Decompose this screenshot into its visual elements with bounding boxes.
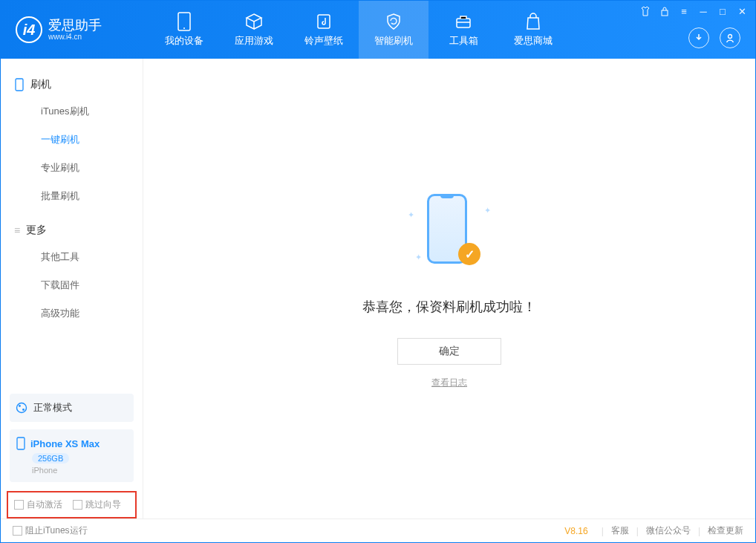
- ok-button[interactable]: 确定: [397, 338, 501, 365]
- device-name-text: iPhone XS Max: [30, 438, 100, 449]
- app-name: 爱思助手: [48, 19, 102, 33]
- sidebar-section-more: ≡ 更多: [1, 218, 143, 243]
- sidebar-item-download-firmware[interactable]: 下载固件: [1, 271, 143, 299]
- svg-point-5: [729, 35, 732, 39]
- svg-rect-10: [17, 438, 25, 449]
- sidebar-item-other-tools[interactable]: 其他工具: [1, 243, 143, 271]
- highlighted-options-box: 自动激活 跳过向导: [7, 491, 137, 518]
- tab-toolbox[interactable]: 工具箱: [428, 1, 498, 59]
- lock-icon[interactable]: [659, 5, 671, 17]
- sidebar-item-batch-flash[interactable]: 批量刷机: [1, 182, 143, 210]
- footer-link-check-update[interactable]: 检查更新: [708, 524, 743, 537]
- tab-store[interactable]: 爱思商城: [498, 1, 568, 59]
- maximize-button[interactable]: □: [717, 5, 729, 17]
- svg-point-1: [183, 27, 185, 29]
- status-icon: [16, 402, 27, 414]
- checkbox-block-itunes[interactable]: 阻止iTunes运行: [13, 524, 88, 537]
- tab-label: 我的设备: [165, 34, 203, 48]
- sparkle-icon: ✦: [484, 206, 491, 215]
- svg-point-8: [19, 405, 21, 407]
- app-domain: www.i4.cn: [48, 33, 102, 41]
- sparkle-icon: ✦: [415, 253, 422, 262]
- svg-point-9: [22, 409, 25, 411]
- svg-rect-3: [457, 19, 470, 27]
- device-icon: [175, 13, 193, 30]
- cube-icon: [245, 13, 263, 30]
- tab-my-device[interactable]: 我的设备: [149, 1, 219, 59]
- sidebar-section-flash: 刷机: [1, 72, 143, 97]
- download-button[interactable]: [688, 27, 709, 48]
- version-label: V8.16: [564, 526, 587, 536]
- shield-refresh-icon: [385, 13, 403, 30]
- view-log-link[interactable]: 查看日志: [431, 377, 467, 389]
- tab-label: 工具箱: [449, 34, 478, 48]
- sidebar-item-itunes-flash[interactable]: iTunes刷机: [1, 97, 143, 126]
- device-type: iPhone: [32, 466, 128, 475]
- checkmark-icon: ✓: [458, 243, 480, 265]
- tab-label: 应用游戏: [235, 34, 273, 48]
- device-icon: [16, 437, 26, 450]
- device-capacity: 256GB: [32, 453, 69, 464]
- list-icon: ≡: [14, 224, 20, 236]
- success-message: 恭喜您，保资料刷机成功啦！: [362, 298, 536, 316]
- footer-link-support[interactable]: 客服: [611, 524, 629, 537]
- phone-icon: [14, 78, 25, 91]
- music-icon: [315, 13, 333, 30]
- sidebar-item-oneclick-flash[interactable]: 一键刷机: [1, 126, 143, 154]
- tab-label: 爱思商城: [514, 34, 553, 48]
- svg-rect-6: [16, 79, 23, 91]
- tab-label: 铃声壁纸: [304, 34, 343, 48]
- checkbox-auto-activate[interactable]: 自动激活: [14, 498, 62, 511]
- success-illustration: ✦ ✦ ✦ ✓: [405, 188, 494, 277]
- logo-icon: i4: [16, 16, 42, 43]
- tab-apps-games[interactable]: 应用游戏: [219, 1, 289, 59]
- toolbox-icon: [454, 13, 472, 30]
- shirt-icon[interactable]: [639, 5, 651, 17]
- sidebar-item-advanced[interactable]: 高级功能: [1, 299, 143, 328]
- close-button[interactable]: ✕: [736, 5, 748, 17]
- device-card[interactable]: iPhone XS Max 256GB iPhone: [10, 429, 134, 482]
- svg-point-7: [17, 403, 27, 413]
- tab-smart-flash[interactable]: 智能刷机: [359, 1, 428, 59]
- checkbox-skip-wizard[interactable]: 跳过向导: [73, 498, 121, 511]
- menu-icon[interactable]: ≡: [678, 5, 690, 17]
- device-mode-status[interactable]: 正常模式: [10, 394, 134, 422]
- footer-link-wechat[interactable]: 微信公众号: [646, 524, 691, 537]
- shopping-bag-icon: [524, 13, 542, 30]
- tab-label: 智能刷机: [374, 34, 413, 48]
- sidebar-item-pro-flash[interactable]: 专业刷机: [1, 154, 143, 182]
- user-button[interactable]: [720, 27, 740, 48]
- svg-rect-4: [662, 10, 668, 16]
- app-logo: i4 爱思助手 www.i4.cn: [1, 16, 149, 43]
- tab-ringtones-wallpaper[interactable]: 铃声壁纸: [289, 1, 359, 59]
- sparkle-icon: ✦: [408, 210, 414, 220]
- minimize-button[interactable]: ─: [697, 5, 709, 17]
